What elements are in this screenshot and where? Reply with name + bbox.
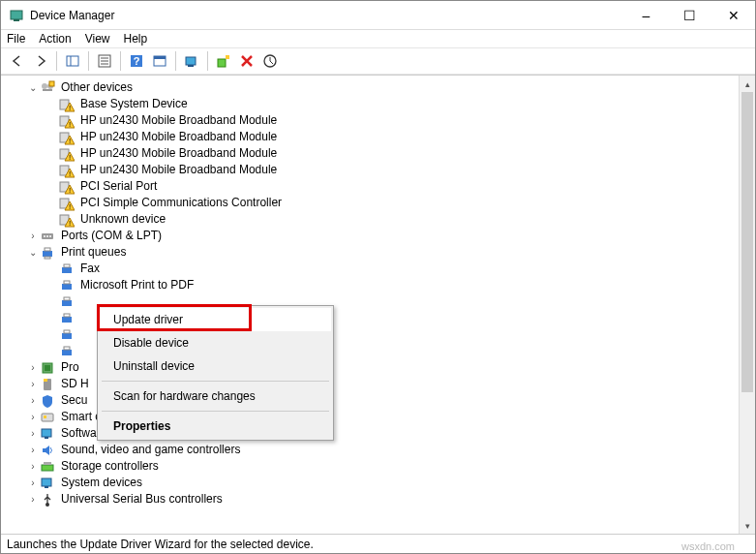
tree-label: Fax (78, 261, 102, 277)
svg-point-46 (44, 235, 45, 237)
context-menu: Update driver Disable device Uninstall d… (97, 305, 334, 441)
menu-help[interactable]: Help (124, 32, 148, 46)
svg-rect-49 (43, 251, 52, 257)
add-hardware-button[interactable] (213, 50, 234, 72)
svg-text:!: ! (69, 219, 71, 228)
chevron-right-icon[interactable]: › (26, 409, 40, 425)
tree-node-storage[interactable]: › Storage controllers (7, 458, 739, 475)
window-controls: – ☐ ✕ (624, 1, 755, 30)
sound-icon (40, 443, 55, 458)
context-scan-hardware[interactable]: Scan for hardware changes (100, 385, 331, 408)
svg-rect-14 (218, 59, 226, 67)
tree-node-print-queues[interactable]: ⌄ Print queues (7, 244, 739, 261)
tree-node-hp-bb-4[interactable]: • ! HP un2430 Mobile Broadband Module (7, 162, 739, 178)
toolbar-separator (120, 51, 121, 71)
tree-node-pci-comm[interactable]: • ! PCI Simple Communications Controller (7, 195, 739, 211)
chevron-right-icon[interactable]: › (26, 359, 40, 376)
chevron-right-icon[interactable]: › (26, 228, 40, 244)
scroll-thumb[interactable] (741, 92, 753, 392)
chevron-right-icon[interactable]: › (26, 392, 40, 409)
forward-button[interactable] (30, 50, 51, 72)
chevron-right-icon[interactable]: › (26, 475, 40, 491)
menu-file[interactable]: File (7, 32, 25, 46)
tree-node-pci-serial[interactable]: • ! PCI Serial Port (7, 178, 739, 195)
tree-node-sound[interactable]: › Sound, video and game controllers (7, 442, 739, 458)
svg-rect-54 (62, 284, 72, 290)
device-tree[interactable]: ⌄ Other devices • ! Base System Device •… (1, 76, 739, 534)
svg-point-17 (42, 83, 47, 89)
svg-text:?: ? (134, 55, 140, 67)
tree-label: Pro (59, 359, 81, 376)
tree-node-hp-bb-1[interactable]: • ! HP un2430 Mobile Broadband Module (7, 112, 739, 129)
show-hide-tree-button[interactable] (62, 50, 83, 72)
svg-rect-63 (64, 347, 70, 350)
smart-card-icon (40, 410, 55, 425)
storage-icon (40, 459, 55, 475)
svg-text:!: ! (69, 104, 71, 112)
properties-button[interactable] (94, 50, 115, 72)
tree-node-unknown[interactable]: • ! Unknown device (7, 211, 739, 228)
update-driver-button[interactable] (259, 50, 281, 72)
svg-rect-72 (42, 465, 53, 471)
scroll-down-button[interactable]: ▾ (740, 517, 755, 534)
tree-node-other-devices[interactable]: ⌄ Other devices (7, 79, 739, 96)
context-disable-device[interactable]: Disable device (100, 331, 331, 354)
warning-device-icon: ! (59, 163, 75, 178)
scroll-up-button[interactable]: ▴ (740, 76, 755, 92)
tree-node-fax[interactable]: • Fax (7, 261, 739, 277)
svg-point-47 (46, 235, 48, 237)
tree-node-hp-bb-2[interactable]: • ! HP un2430 Mobile Broadband Module (7, 129, 739, 145)
context-uninstall-device[interactable]: Uninstall device (100, 354, 331, 378)
svg-rect-73 (44, 462, 51, 465)
help-button[interactable]: ? (126, 50, 147, 72)
tree-node-usb[interactable]: › Universal Serial Bus controllers (7, 491, 739, 508)
chevron-down-icon[interactable]: ⌄ (26, 244, 40, 261)
printer-icon (59, 294, 75, 310)
svg-rect-68 (42, 414, 53, 421)
menu-action[interactable]: Action (39, 32, 71, 46)
toolbar-separator (175, 51, 176, 71)
usb-icon (40, 492, 55, 508)
tree-node-ms-pdf[interactable]: • Microsoft Print to PDF (7, 277, 739, 293)
tree-label: Ports (COM & LPT) (59, 228, 164, 244)
svg-text:!: ! (69, 169, 71, 178)
context-separator (102, 411, 329, 412)
chevron-right-icon[interactable]: › (26, 425, 40, 442)
warning-device-icon: ! (59, 146, 75, 162)
tree-node-ports[interactable]: › Ports (COM & LPT) (7, 228, 739, 244)
svg-rect-57 (64, 297, 70, 300)
menu-view[interactable]: View (85, 32, 110, 46)
svg-text:!: ! (69, 137, 71, 145)
titlebar: Device Manager – ☐ ✕ (1, 1, 755, 30)
chevron-right-icon[interactable]: › (26, 458, 40, 475)
warning-device-icon: ! (59, 179, 75, 195)
svg-rect-0 (11, 11, 22, 19)
tree-node-base-system[interactable]: • ! Base System Device (7, 96, 739, 112)
scan-hardware-button[interactable] (181, 50, 202, 72)
svg-rect-58 (62, 317, 72, 323)
svg-rect-11 (154, 56, 166, 59)
minimize-button[interactable]: – (624, 1, 668, 30)
svg-rect-67 (44, 379, 47, 382)
tree-node-system[interactable]: › System devices (7, 475, 739, 491)
chevron-right-icon[interactable]: › (26, 442, 40, 458)
chevron-down-icon[interactable]: ⌄ (26, 79, 40, 96)
toolbar-button-2[interactable] (149, 50, 170, 72)
vertical-scrollbar[interactable]: ▴ ▾ (739, 76, 755, 534)
svg-point-48 (49, 235, 51, 237)
maximize-button[interactable]: ☐ (668, 1, 711, 30)
close-button[interactable]: ✕ (711, 1, 755, 30)
context-update-driver[interactable]: Update driver (100, 308, 331, 331)
context-properties[interactable]: Properties (100, 415, 331, 438)
uninstall-button[interactable] (236, 50, 257, 72)
chevron-right-icon[interactable]: › (26, 491, 40, 508)
svg-rect-70 (42, 429, 51, 437)
back-button[interactable] (7, 50, 28, 72)
warning-device-icon: ! (59, 130, 75, 145)
chevron-right-icon[interactable]: › (26, 376, 40, 392)
tree-node-hp-bb-3[interactable]: • ! HP un2430 Mobile Broadband Module (7, 145, 739, 162)
scroll-track[interactable] (740, 92, 755, 517)
svg-text:!: ! (69, 186, 71, 195)
security-icon (40, 393, 55, 409)
warning-device-icon: ! (59, 196, 75, 211)
